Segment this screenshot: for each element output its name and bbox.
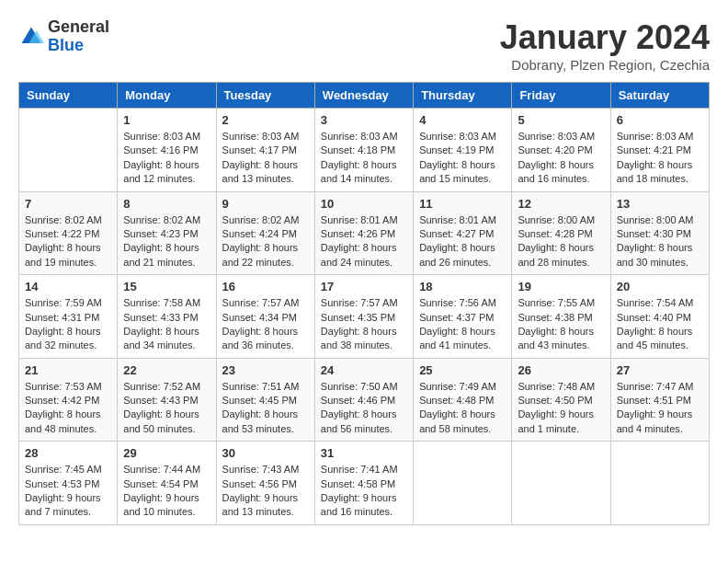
location-subtitle: Dobrany, Plzen Region, Czechia — [500, 57, 710, 73]
day-info: Sunrise: 7:50 AM Sunset: 4:46 PM Dayligh… — [321, 380, 407, 437]
calendar-cell: 19Sunrise: 7:55 AM Sunset: 4:38 PM Dayli… — [512, 275, 610, 359]
calendar-cell: 4Sunrise: 8:03 AM Sunset: 4:19 PM Daylig… — [414, 109, 512, 192]
day-number: 12 — [518, 197, 604, 211]
day-number: 11 — [419, 197, 506, 211]
day-number: 22 — [123, 363, 210, 377]
calendar-cell: 29Sunrise: 7:44 AM Sunset: 4:54 PM Dayli… — [118, 442, 216, 525]
day-info: Sunrise: 7:53 AM Sunset: 4:42 PM Dayligh… — [25, 380, 111, 437]
month-title: January 2024 — [500, 18, 710, 57]
calendar-cell: 17Sunrise: 7:57 AM Sunset: 4:35 PM Dayli… — [314, 275, 413, 359]
day-info: Sunrise: 8:02 AM Sunset: 4:22 PM Dayligh… — [25, 213, 111, 270]
calendar-cell: 1Sunrise: 8:03 AM Sunset: 4:16 PM Daylig… — [118, 109, 216, 192]
calendar-cell: 23Sunrise: 7:51 AM Sunset: 4:45 PM Dayli… — [216, 358, 314, 442]
calendar-cell: 16Sunrise: 7:57 AM Sunset: 4:34 PM Dayli… — [216, 275, 314, 359]
calendar-cell: 3Sunrise: 8:03 AM Sunset: 4:18 PM Daylig… — [314, 109, 413, 192]
title-block: January 2024 Dobrany, Plzen Region, Czec… — [500, 18, 710, 73]
day-number: 2 — [222, 113, 309, 127]
day-number: 26 — [518, 363, 604, 377]
day-info: Sunrise: 7:41 AM Sunset: 4:58 PM Dayligh… — [321, 463, 407, 520]
calendar-cell: 6Sunrise: 8:03 AM Sunset: 4:21 PM Daylig… — [610, 109, 709, 192]
week-row-2: 7Sunrise: 8:02 AM Sunset: 4:22 PM Daylig… — [19, 191, 710, 275]
calendar-cell: 24Sunrise: 7:50 AM Sunset: 4:46 PM Dayli… — [314, 358, 413, 442]
day-info: Sunrise: 7:59 AM Sunset: 4:31 PM Dayligh… — [25, 296, 111, 353]
day-info: Sunrise: 7:55 AM Sunset: 4:38 PM Dayligh… — [518, 296, 604, 353]
calendar-cell: 15Sunrise: 7:58 AM Sunset: 4:33 PM Dayli… — [118, 275, 216, 359]
weekday-header-sunday: Sunday — [19, 83, 118, 109]
week-row-4: 21Sunrise: 7:53 AM Sunset: 4:42 PM Dayli… — [19, 358, 710, 442]
calendar-cell: 11Sunrise: 8:01 AM Sunset: 4:27 PM Dayli… — [414, 191, 512, 275]
day-number: 18 — [419, 280, 506, 293]
day-info: Sunrise: 7:56 AM Sunset: 4:37 PM Dayligh… — [419, 296, 506, 353]
calendar-cell: 2Sunrise: 8:03 AM Sunset: 4:17 PM Daylig… — [216, 109, 314, 192]
calendar-cell: 31Sunrise: 7:41 AM Sunset: 4:58 PM Dayli… — [314, 442, 413, 525]
day-number: 6 — [617, 113, 703, 127]
calendar-cell: 10Sunrise: 8:01 AM Sunset: 4:26 PM Dayli… — [314, 191, 413, 275]
day-number: 1 — [123, 113, 210, 127]
page-header: General Blue January 2024 Dobrany, Plzen… — [18, 18, 710, 73]
day-number: 27 — [617, 363, 703, 377]
day-info: Sunrise: 7:54 AM Sunset: 4:40 PM Dayligh… — [617, 296, 703, 353]
day-info: Sunrise: 7:57 AM Sunset: 4:34 PM Dayligh… — [222, 296, 309, 353]
calendar-cell: 7Sunrise: 8:02 AM Sunset: 4:22 PM Daylig… — [19, 191, 118, 275]
day-info: Sunrise: 8:01 AM Sunset: 4:26 PM Dayligh… — [321, 213, 407, 270]
day-info: Sunrise: 7:49 AM Sunset: 4:48 PM Dayligh… — [419, 380, 506, 437]
calendar-cell: 13Sunrise: 8:00 AM Sunset: 4:30 PM Dayli… — [610, 191, 709, 275]
day-info: Sunrise: 7:47 AM Sunset: 4:51 PM Dayligh… — [617, 380, 703, 437]
calendar-cell: 12Sunrise: 8:00 AM Sunset: 4:28 PM Dayli… — [512, 191, 610, 275]
day-number: 13 — [617, 197, 703, 211]
day-info: Sunrise: 8:02 AM Sunset: 4:24 PM Dayligh… — [222, 213, 309, 270]
week-row-1: 1Sunrise: 8:03 AM Sunset: 4:16 PM Daylig… — [19, 109, 710, 192]
calendar-cell — [512, 442, 610, 525]
weekday-header-tuesday: Tuesday — [216, 83, 314, 109]
day-info: Sunrise: 7:58 AM Sunset: 4:33 PM Dayligh… — [123, 296, 210, 353]
day-info: Sunrise: 7:51 AM Sunset: 4:45 PM Dayligh… — [222, 380, 309, 437]
day-number: 5 — [518, 113, 604, 127]
day-number: 20 — [617, 280, 703, 293]
day-info: Sunrise: 8:03 AM Sunset: 4:19 PM Dayligh… — [419, 130, 506, 187]
day-number: 14 — [25, 280, 111, 293]
calendar-table: SundayMondayTuesdayWednesdayThursdayFrid… — [18, 82, 710, 525]
weekday-header-monday: Monday — [118, 83, 216, 109]
weekday-header-friday: Friday — [512, 83, 610, 109]
day-number: 16 — [222, 280, 309, 293]
day-info: Sunrise: 8:00 AM Sunset: 4:30 PM Dayligh… — [617, 213, 703, 270]
day-number: 19 — [518, 280, 604, 293]
day-number: 30 — [222, 446, 309, 460]
week-row-3: 14Sunrise: 7:59 AM Sunset: 4:31 PM Dayli… — [19, 275, 710, 359]
day-number: 9 — [222, 197, 309, 211]
logo-icon — [18, 24, 44, 50]
calendar-cell: 26Sunrise: 7:48 AM Sunset: 4:50 PM Dayli… — [512, 358, 610, 442]
calendar-cell — [610, 442, 709, 525]
day-info: Sunrise: 8:03 AM Sunset: 4:20 PM Dayligh… — [518, 130, 604, 187]
day-info: Sunrise: 8:03 AM Sunset: 4:17 PM Dayligh… — [222, 130, 309, 187]
day-info: Sunrise: 7:44 AM Sunset: 4:54 PM Dayligh… — [123, 463, 210, 520]
weekday-header-saturday: Saturday — [610, 83, 709, 109]
logo-general-text: General — [48, 18, 109, 37]
day-number: 28 — [25, 446, 111, 460]
calendar-cell: 8Sunrise: 8:02 AM Sunset: 4:23 PM Daylig… — [118, 191, 216, 275]
day-number: 31 — [321, 446, 407, 460]
calendar-cell — [19, 109, 118, 192]
day-info: Sunrise: 7:45 AM Sunset: 4:53 PM Dayligh… — [25, 463, 111, 520]
day-number: 21 — [25, 363, 111, 377]
calendar-cell: 21Sunrise: 7:53 AM Sunset: 4:42 PM Dayli… — [19, 358, 118, 442]
weekday-header-wednesday: Wednesday — [314, 83, 413, 109]
logo: General Blue — [18, 18, 109, 55]
day-number: 10 — [321, 197, 407, 211]
day-number: 15 — [123, 280, 210, 293]
calendar-cell: 18Sunrise: 7:56 AM Sunset: 4:37 PM Dayli… — [414, 275, 512, 359]
day-info: Sunrise: 7:43 AM Sunset: 4:56 PM Dayligh… — [222, 463, 309, 520]
day-info: Sunrise: 8:03 AM Sunset: 4:21 PM Dayligh… — [617, 130, 703, 187]
day-info: Sunrise: 8:00 AM Sunset: 4:28 PM Dayligh… — [518, 213, 604, 270]
day-info: Sunrise: 8:03 AM Sunset: 4:16 PM Dayligh… — [123, 130, 210, 187]
calendar-cell: 28Sunrise: 7:45 AM Sunset: 4:53 PM Dayli… — [19, 442, 118, 525]
day-number: 3 — [321, 113, 407, 127]
calendar-cell — [414, 442, 512, 525]
day-number: 25 — [419, 363, 506, 377]
day-info: Sunrise: 8:02 AM Sunset: 4:23 PM Dayligh… — [123, 213, 210, 270]
day-number: 17 — [321, 280, 407, 293]
calendar-cell: 5Sunrise: 8:03 AM Sunset: 4:20 PM Daylig… — [512, 109, 610, 192]
day-info: Sunrise: 7:57 AM Sunset: 4:35 PM Dayligh… — [321, 296, 407, 353]
logo-blue-text: Blue — [48, 37, 109, 55]
calendar-cell: 30Sunrise: 7:43 AM Sunset: 4:56 PM Dayli… — [216, 442, 314, 525]
